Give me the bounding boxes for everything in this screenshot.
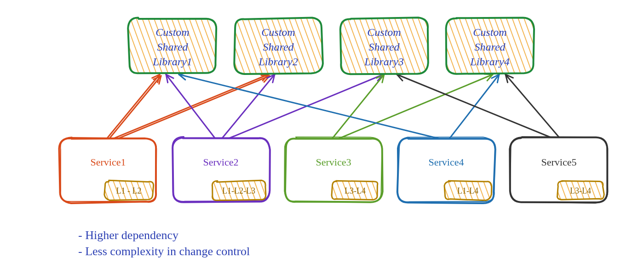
service-box-svc4: Service4L1-L4 xyxy=(397,137,495,203)
note-line-1: - Higher dependency xyxy=(78,229,178,242)
service-svc1-badge-label: L1 - L2 xyxy=(116,186,142,195)
arrow-svc4-lib4 xyxy=(448,74,499,140)
arrow-svc2-lib1 xyxy=(166,74,216,140)
service-box-svc1: Service1L1 - L2 xyxy=(59,137,157,203)
library-lib1-line2: Shared xyxy=(157,41,188,53)
service-box-svc3: Service3L3-L4 xyxy=(284,137,382,202)
arrow-svc4-lib1 xyxy=(179,73,444,140)
service-svc1-label: Service1 xyxy=(91,156,126,168)
library-box-lib4: CustomSharedLibrary4 xyxy=(446,18,534,74)
service-svc5-label: Service5 xyxy=(541,156,577,168)
service-box-svc5: Service5L3-L4 xyxy=(510,137,608,203)
service-box-svc2: Service2L1-L2-L3 xyxy=(172,137,270,203)
service-svc2-badge-label: L1-L2-L3 xyxy=(222,186,255,195)
library-box-lib1: CustomSharedLibrary1 xyxy=(128,17,216,73)
service-svc4-badge-label: L1-L4 xyxy=(457,186,478,195)
library-lib3-line1: Custom xyxy=(367,26,401,38)
library-lib3-line3: Library3 xyxy=(364,56,403,68)
library-lib3-line2: Shared xyxy=(368,41,400,53)
library-lib4-line2: Shared xyxy=(474,41,506,53)
service-svc3-badge-label: L3-L4 xyxy=(345,186,366,195)
library-lib2-line3: Library2 xyxy=(258,56,298,68)
diagram-canvas: CustomSharedLibrary1CustomSharedLibrary2… xyxy=(0,0,644,280)
library-lib2-line1: Custom xyxy=(261,26,295,38)
library-lib2-line2: Shared xyxy=(263,41,294,53)
service-svc2-label: Service2 xyxy=(203,156,239,168)
library-lib4-line3: Library4 xyxy=(470,56,509,68)
library-lib1-line1: Custom xyxy=(155,26,189,38)
arrow-svc1-lib1 xyxy=(106,74,161,141)
library-box-lib3: CustomSharedLibrary3 xyxy=(340,17,428,74)
svg-line-14 xyxy=(166,74,216,140)
svg-line-8 xyxy=(110,74,268,140)
library-lib1-line3: Library1 xyxy=(152,56,192,68)
library-box-lib2: CustomSharedLibrary2 xyxy=(234,17,323,74)
service-svc3-label: Service3 xyxy=(316,156,351,168)
note-line-2: - Less complexity in change control xyxy=(78,245,250,258)
service-svc4-label: Service4 xyxy=(429,156,464,168)
svg-line-32 xyxy=(448,74,499,140)
svg-line-29 xyxy=(179,74,444,140)
svg-line-13 xyxy=(261,75,270,76)
library-lib4-line1: Custom xyxy=(473,26,506,38)
service-svc5-badge-label: L3-L4 xyxy=(570,186,591,195)
